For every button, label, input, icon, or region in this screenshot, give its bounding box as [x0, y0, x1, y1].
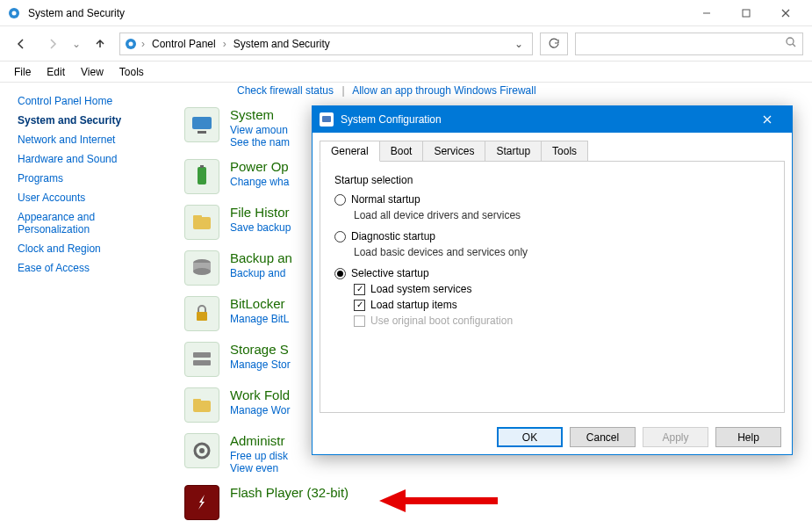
radio-label: Normal startup	[351, 193, 420, 206]
firewall-links: Check firewall status | Allow an app thr…	[184, 83, 803, 102]
control-panel-icon	[7, 6, 21, 20]
dialog-titlebar[interactable]: System Configuration	[313, 106, 792, 133]
radio-desc: Load all device drivers and services	[354, 209, 770, 221]
svg-rect-14	[193, 217, 211, 229]
cancel-button[interactable]: Cancel	[570, 427, 636, 447]
address-dropdown[interactable]: ⌄	[509, 38, 528, 50]
minimize-button[interactable]	[686, 0, 726, 26]
dialog-title: System Configuration	[341, 113, 750, 126]
bitlocker-icon	[184, 296, 219, 331]
refresh-button[interactable]	[540, 33, 568, 55]
radio-icon	[334, 231, 346, 242]
dialog-close-button[interactable]	[750, 106, 785, 133]
svg-rect-15	[193, 215, 202, 219]
dialog-tabs: General Boot Services Startup Tools	[313, 133, 792, 161]
check-label: Load startup items	[370, 299, 457, 311]
ok-button[interactable]: OK	[497, 427, 563, 447]
chevron-right-icon[interactable]: ›	[223, 38, 226, 50]
power-icon	[184, 159, 219, 194]
svg-rect-23	[193, 399, 201, 402]
category-flash-player[interactable]: Flash Player (32-bit)	[184, 480, 803, 521]
svg-rect-29	[322, 116, 331, 122]
apply-button: Apply	[643, 427, 708, 447]
storage-icon	[184, 342, 219, 377]
titlebar: System and Security	[0, 0, 812, 26]
tab-tools[interactable]: Tools	[541, 141, 588, 162]
tab-services[interactable]: Services	[422, 141, 485, 162]
sidebar-item-network[interactable]: Network and Internet	[18, 130, 167, 149]
check-original-boot-config: Use original boot configuration	[354, 315, 770, 327]
system-icon	[184, 107, 219, 142]
flash-icon	[184, 485, 219, 520]
svg-rect-20	[193, 352, 211, 358]
nav-back-button[interactable]	[9, 32, 33, 56]
maximize-button[interactable]	[726, 0, 765, 26]
svg-rect-10	[192, 117, 212, 129]
menubar: File Edit View Tools	[0, 62, 812, 83]
file-history-icon	[184, 205, 219, 240]
category-link[interactable]: View even	[230, 462, 803, 474]
svg-line-9	[793, 44, 795, 47]
radio-normal-startup[interactable]: Normal startup	[334, 193, 770, 206]
svg-rect-11	[198, 131, 206, 134]
msconfig-icon	[320, 112, 334, 127]
radio-desc: Load basic devices and services only	[354, 246, 770, 258]
backup-icon	[184, 250, 219, 286]
sidebar-item-home[interactable]: Control Panel Home	[18, 91, 167, 111]
svg-rect-19	[197, 312, 207, 321]
radio-selective-startup[interactable]: Selective startup	[334, 267, 770, 279]
sidebar-item-programs[interactable]: Programs	[18, 169, 167, 188]
breadcrumb-current[interactable]: System and Security	[230, 38, 334, 50]
menu-edit[interactable]: Edit	[40, 64, 72, 80]
menu-view[interactable]: View	[74, 64, 111, 80]
control-panel-icon	[124, 37, 138, 51]
svg-point-7	[129, 41, 133, 46]
sidebar-item-hardware[interactable]: Hardware and Sound	[18, 149, 167, 169]
category-title: Flash Player (32-bit)	[230, 485, 803, 500]
tab-boot[interactable]: Boot	[379, 141, 424, 162]
svg-rect-12	[198, 167, 206, 185]
link-check-firewall[interactable]: Check firewall status	[237, 84, 334, 97]
recent-locations-dropdown[interactable]: ⌄	[72, 38, 81, 50]
sidebar-item-system-security[interactable]: System and Security	[18, 111, 167, 130]
check-load-system-services[interactable]: Load system services	[354, 283, 770, 295]
menu-file[interactable]: File	[7, 64, 38, 80]
sidebar-item-clock[interactable]: Clock and Region	[18, 239, 167, 258]
checkbox-icon	[354, 300, 365, 311]
link-allow-app[interactable]: Allow an app through Windows Firewall	[352, 84, 535, 97]
window-title: System and Security	[28, 7, 125, 19]
system-configuration-dialog: System Configuration General Boot Servic…	[312, 105, 793, 455]
radio-icon	[334, 194, 346, 206]
check-load-startup-items[interactable]: Load startup items	[354, 299, 770, 311]
sidebar-item-appearance[interactable]: Appearance and Personalization	[18, 207, 167, 239]
close-button[interactable]	[765, 0, 805, 26]
svg-point-1	[12, 11, 17, 15]
address-bar[interactable]: › Control Panel › System and Security ⌄	[119, 33, 533, 55]
tab-general[interactable]: General	[320, 141, 380, 162]
svg-point-25	[199, 448, 205, 453]
search-icon	[785, 36, 797, 51]
radio-icon	[334, 268, 346, 279]
svg-rect-3	[743, 10, 750, 17]
svg-point-18	[193, 268, 211, 275]
sidebar-item-users[interactable]: User Accounts	[18, 188, 167, 207]
menu-tools[interactable]: Tools	[112, 64, 151, 80]
sidebar: Control Panel Home System and Security N…	[0, 83, 176, 521]
admin-tools-icon	[184, 433, 219, 468]
window-controls	[686, 0, 805, 26]
work-folders-icon	[184, 387, 219, 423]
nav-forward-button[interactable]	[40, 32, 65, 56]
breadcrumb-root[interactable]: Control Panel	[148, 38, 219, 50]
radio-diagnostic-startup[interactable]: Diagnostic startup	[334, 230, 770, 242]
chevron-right-icon[interactable]: ›	[141, 38, 145, 50]
check-label: Load system services	[370, 283, 471, 295]
search-input[interactable]	[575, 33, 803, 55]
svg-rect-13	[200, 165, 204, 168]
help-button[interactable]: Help	[715, 427, 781, 447]
sidebar-item-ease[interactable]: Ease of Access	[18, 258, 167, 278]
tab-startup[interactable]: Startup	[485, 141, 542, 162]
radio-label: Diagnostic startup	[351, 230, 435, 242]
nav-up-button[interactable]	[88, 32, 112, 56]
check-label: Use original boot configuration	[370, 315, 513, 327]
group-label: Startup selection	[334, 174, 770, 186]
